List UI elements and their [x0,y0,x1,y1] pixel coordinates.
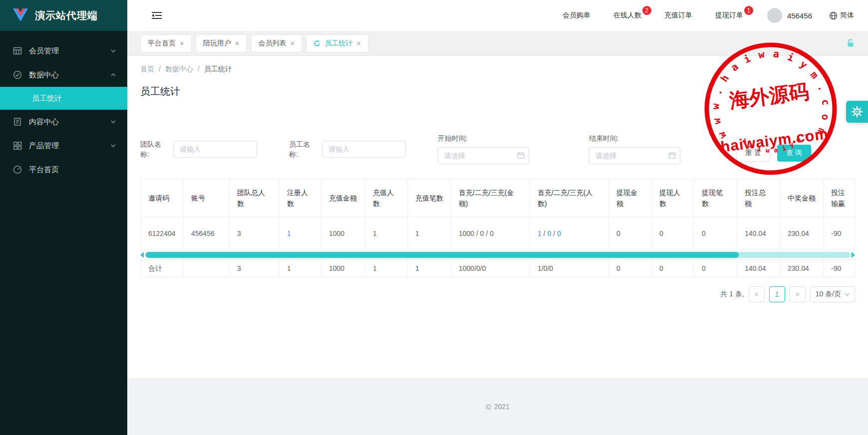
summary-fc-amount: 1000/0/0 [451,260,530,277]
summary-account [184,260,230,277]
scroll-left-arrow[interactable] [140,252,144,258]
fc-first-link[interactable]: 1 [538,229,542,237]
app-title: 演示站代理端 [35,9,98,22]
tab-label: 会员列表 [259,39,287,48]
filter-form: 团队名称: 员工名称: 开始时间: 结束时间: [140,134,855,164]
staff-name-group: 员工名称: [289,139,406,159]
filter-buttons: 重 置 查 询 [736,145,811,162]
breadcrumb-separator: / [159,65,161,74]
cell-recharge-users: 1 [365,217,408,250]
prev-page-button[interactable]: < [749,286,765,302]
pagination-total: 共 1 条, [720,290,744,299]
summary-row: 合计 3 1 1000 1 1 1000/0/0 1/0/0 0 0 0 [141,260,855,277]
sidebar-item-data-center[interactable]: 数据中心 [0,63,127,87]
scrollbar-track[interactable] [145,252,851,258]
staff-name-input[interactable] [322,141,406,158]
tab-bar: 平台首页 × 陪玩用户 × 会员列表 × 员工统计 × [127,31,868,56]
chevron-down-icon [845,293,850,296]
chevron-up-icon [110,72,116,78]
end-time-group: 结束时间: [589,134,680,164]
online-count-badge: 2 [642,6,651,15]
sidebar-item-label: 产品管理 [29,141,110,151]
topnav-label: 在线人数 [613,11,641,19]
sidebar-item-label: 会员管理 [29,46,110,56]
team-name-group: 团队名称: [140,139,257,159]
tab-label: 陪玩用户 [203,39,231,48]
tab-label: 平台首页 [148,39,176,48]
col-fc-amount: 首充/二充/三充(金额) [451,180,530,217]
gear-icon [851,106,863,118]
col-account: 账号 [184,180,230,217]
col-bet-total: 投注总额 [737,180,780,217]
summary-bet-total: 140.04 [737,260,780,277]
top-header: 会员购单 在线人数2 充值订单 提现订单1 456456 简体 [127,0,868,31]
appstore-icon [13,141,22,150]
summary-register-count: 1 [280,260,321,277]
topnav-label: 提现订单 [715,11,743,19]
summary-bet-result: -90 [824,260,855,277]
table-header-row: 邀请码 账号 团队总人数 注册人数 充值金额 充值人数 充值笔数 首充/二充/三… [141,180,855,217]
sidebar-item-staff-stats[interactable]: 员工统计 [0,87,127,110]
close-icon[interactable]: × [235,39,240,47]
calendar-icon [668,152,676,159]
topnav-member-orders[interactable]: 会员购单 [563,11,590,20]
tab-companion-users[interactable]: 陪玩用户 × [196,34,247,52]
lock-icon[interactable] [846,38,855,48]
tab-staff-stats[interactable]: 员工统计 × [306,34,368,52]
current-page-button[interactable]: 1 [769,286,785,302]
cell-fc-amount: 1000 / 0 / 0 [451,217,530,250]
tab-platform-home[interactable]: 平台首页 × [140,34,192,52]
start-time-label: 开始时间: [438,134,529,143]
summary-label: 合计 [141,260,184,277]
end-time-input[interactable] [589,147,680,164]
cell-win-amount: 230.04 [780,217,824,250]
topnav-recharge-orders[interactable]: 充值订单 [664,11,692,20]
breadcrumb-home[interactable]: 首页 [140,65,154,74]
cell-account: 456456 [184,217,230,250]
col-register-count: 注册人数 [280,180,321,217]
col-recharge-users: 充值人数 [365,180,408,217]
tab-member-list[interactable]: 会员列表 × [251,34,302,52]
topnav-withdraw-orders[interactable]: 提现订单1 [715,11,743,20]
fc-third-link[interactable]: 0 [557,229,561,237]
close-icon[interactable]: × [180,39,184,47]
page-size-value: 10 条/页 [816,290,841,299]
calendar-icon [517,152,525,159]
horizontal-scrollbar [140,251,855,259]
close-icon[interactable]: × [356,39,361,47]
scrollbar-thumb[interactable] [146,252,739,258]
refresh-icon[interactable] [313,40,320,47]
menu-fold-icon[interactable] [151,11,162,20]
breadcrumb: 首页 / 数据中心 / 员工统计 [140,56,855,74]
register-count-link[interactable]: 1 [287,229,291,237]
topnav-online-users[interactable]: 在线人数2 [613,11,641,20]
sidebar-item-label: 内容中心 [29,117,110,127]
sidebar-item-platform-home[interactable]: 平台首页 [0,158,127,182]
next-page-button[interactable]: > [790,286,806,302]
header-right: 会员购单 在线人数2 充值订单 提现订单1 456456 简体 [540,8,854,23]
language-switch[interactable]: 简体 [829,11,854,20]
team-name-input[interactable] [173,141,257,158]
chevron-down-icon [110,143,116,149]
sidebar-item-content-center[interactable]: 内容中心 [0,110,127,134]
summary-recharge-amount: 1000 [321,260,365,277]
start-time-input[interactable] [438,147,529,164]
settings-gear-button[interactable] [846,101,868,123]
sidebar-item-member-mgmt[interactable]: 会员管理 [0,39,127,63]
breadcrumb-data-center[interactable]: 数据中心 [165,65,193,74]
close-icon[interactable]: × [290,39,295,47]
sidebar-item-product-mgmt[interactable]: 产品管理 [0,134,127,158]
reset-button[interactable]: 重 置 [736,145,770,162]
logo-icon [13,8,28,22]
search-button[interactable]: 查 询 [777,145,811,162]
summary-win-amount: 230.04 [780,260,824,277]
start-time-group: 开始时间: [438,134,529,164]
tab-label: 员工统计 [324,39,352,48]
page-size-select[interactable]: 10 条/页 [810,286,855,302]
scroll-right-arrow[interactable] [852,252,855,258]
fc-separator: / [542,229,548,237]
team-name-label: 团队名称: [140,139,166,159]
avatar[interactable] [767,8,782,23]
cell-recharge-amount: 1000 [321,217,365,250]
col-team-total: 团队总人数 [230,180,280,217]
